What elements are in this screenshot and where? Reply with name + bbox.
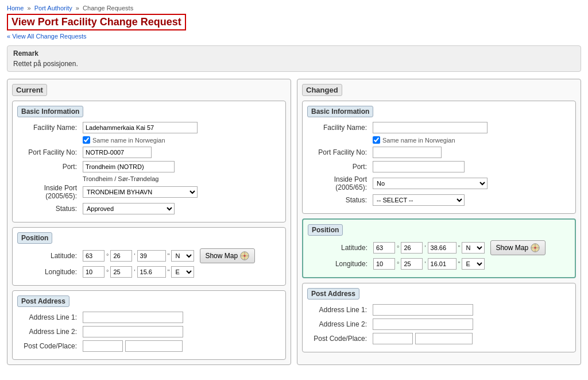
current-lon-deg-symbol: ° (106, 268, 109, 275)
current-address1-label: Address Line 1: (17, 313, 80, 321)
changed-same-name-checkbox[interactable] (373, 136, 380, 144)
current-same-name-checkbox[interactable] (83, 136, 90, 144)
current-inside-port-label: Inside Port (2005/65): (17, 184, 80, 200)
current-lat-min[interactable] (110, 250, 132, 262)
current-show-map-button[interactable]: Show Map (200, 248, 255, 263)
changed-status-select[interactable]: -- SELECT -- (373, 194, 465, 206)
changed-show-map-button[interactable]: Show Map (490, 240, 546, 255)
changed-port-facility-no-label: Port Facility No: (307, 148, 370, 156)
current-position: Position Latitude: ° ' " NS (12, 227, 286, 286)
current-status-select[interactable]: Approved (83, 203, 175, 214)
changed-port-row: Port: (307, 161, 571, 172)
breadcrumb: Home » Port Authority » Change Requests (7, 5, 581, 11)
changed-lat-deg-symbol: ° (397, 244, 399, 251)
current-post-address: Post Address Address Line 1: Address Lin… (12, 290, 286, 360)
current-lon-sec-symbol: " (168, 268, 170, 275)
current-port-facility-no-label: Port Facility No: (17, 148, 80, 156)
current-lon-min[interactable] (110, 266, 132, 278)
changed-lat-sec[interactable] (428, 242, 457, 254)
current-inside-port-select[interactable]: TRONDHEIM BYHAVN (83, 186, 198, 198)
current-port-row: Port: (17, 161, 281, 172)
changed-position: Position Latitude: ° ' " NS (302, 218, 576, 278)
changed-port-input[interactable] (373, 161, 465, 172)
changed-lon-min[interactable] (401, 258, 423, 270)
current-status-label: Status: (17, 205, 80, 213)
changed-postcode-row: Post Code/Place: (307, 333, 571, 344)
current-lat-sec[interactable] (137, 250, 166, 262)
breadcrumb-change-requests: Change Requests (83, 5, 133, 11)
changed-lat-deg[interactable] (373, 242, 395, 254)
remark-section: Remark Rettet på posisjonen. (7, 45, 581, 72)
current-same-name-label: Same name in Norwegian (92, 137, 165, 144)
current-port-label: Port: (17, 163, 80, 171)
changed-lon-sec-symbol: " (458, 260, 461, 267)
changed-lat-min-symbol: ' (424, 244, 425, 251)
view-all-link-container: « View All Change Requests (7, 33, 581, 40)
changed-lon-fields: ° ' " EW (373, 258, 485, 270)
changed-status-label: Status: (307, 196, 370, 204)
current-longitude-label: Longitude: (17, 268, 80, 276)
changed-same-name-row: Same name in Norwegian (373, 136, 571, 144)
current-lat-min-symbol: ' (134, 252, 135, 259)
remark-text: Rettet på posisjonen. (13, 60, 575, 68)
changed-lat-fields: ° ' " NS (373, 242, 485, 254)
current-port-subtext: Trondheim / Sør-Trøndelag (83, 175, 281, 182)
current-postcode-input[interactable] (83, 340, 123, 352)
current-lat-deg-symbol: ° (106, 252, 109, 259)
current-lon-sec[interactable] (137, 266, 166, 278)
current-same-name-row: Same name in Norwegian (83, 136, 281, 144)
changed-latitude-label: Latitude: (308, 244, 371, 252)
remark-header: Remark (13, 49, 575, 57)
changed-postplace-input[interactable] (415, 333, 473, 344)
current-post-address-header: Post Address (17, 295, 69, 307)
current-basic-info-header: Basic Information (17, 106, 83, 117)
current-facility-name-row: Facility Name: (17, 122, 281, 133)
changed-postcode-label: Post Code/Place: (307, 335, 370, 343)
current-port-facility-no-row: Port Facility No: (17, 147, 281, 158)
changed-longitude-label: Longitude: (308, 260, 371, 268)
current-address1-row: Address Line 1: (17, 312, 281, 323)
current-inside-port-row: Inside Port (2005/65): TRONDHEIM BYHAVN (17, 184, 281, 200)
view-all-change-requests-link[interactable]: « View All Change Requests (7, 33, 87, 40)
current-lat-deg[interactable] (83, 250, 105, 262)
changed-address2-row: Address Line 2: (307, 318, 571, 330)
changed-inside-port-select[interactable]: No (373, 178, 488, 189)
current-address1-input[interactable] (83, 312, 183, 323)
current-lon-dir-select[interactable]: EW (171, 266, 194, 278)
changed-lon-sec[interactable] (428, 258, 457, 270)
changed-facility-name-input[interactable] (373, 122, 488, 133)
changed-lon-dir-select[interactable]: EW (462, 258, 485, 270)
current-facility-name-input[interactable] (83, 122, 198, 133)
changed-header: Changed (302, 84, 342, 96)
changed-longitude-row: Longitude: ° ' " EW (308, 258, 570, 270)
changed-facility-name-label: Facility Name: (307, 124, 370, 132)
current-lon-deg[interactable] (83, 266, 105, 278)
changed-lat-dir-select[interactable]: NS (462, 242, 485, 254)
current-address2-input[interactable] (83, 326, 183, 337)
current-port-input[interactable] (83, 161, 175, 172)
changed-port-facility-no-input[interactable] (373, 147, 442, 158)
changed-inside-port-label: Inside Port (2005/65): (307, 175, 370, 191)
changed-postcode-input[interactable] (373, 333, 413, 344)
current-lat-dir-select[interactable]: NS (171, 250, 194, 262)
changed-address1-input[interactable] (373, 304, 473, 316)
changed-inside-port-row: Inside Port (2005/65): No (307, 175, 571, 191)
two-column-layout: Current Basic Information Facility Name:… (7, 79, 581, 365)
changed-port-facility-no-row: Port Facility No: (307, 147, 571, 158)
current-port-facility-no-input[interactable] (83, 147, 152, 158)
changed-lon-deg[interactable] (373, 258, 395, 270)
current-address2-label: Address Line 2: (17, 328, 80, 336)
breadcrumb-home[interactable]: Home (7, 5, 24, 11)
changed-lon-deg-symbol: ° (397, 260, 399, 267)
current-address2-row: Address Line 2: (17, 326, 281, 337)
changed-lat-min[interactable] (401, 242, 423, 254)
breadcrumb-port-authority[interactable]: Port Authority (34, 5, 72, 11)
changed-status-row: Status: -- SELECT -- (307, 194, 571, 206)
changed-same-name-label: Same name in Norwegian (382, 137, 455, 144)
changed-map-icon (530, 243, 540, 253)
current-postplace-input[interactable] (125, 340, 183, 352)
current-lat-fields: ° ' " NS (83, 250, 194, 262)
changed-facility-name-row: Facility Name: (307, 122, 571, 133)
changed-lon-min-symbol: ' (424, 260, 425, 267)
changed-address2-input[interactable] (373, 318, 473, 330)
